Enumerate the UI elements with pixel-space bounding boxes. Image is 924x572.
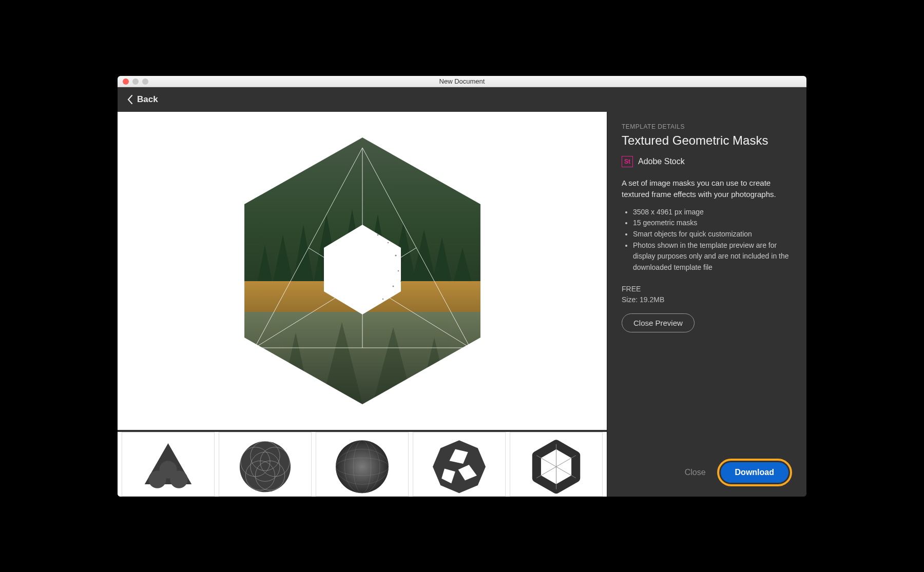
svg-point-35 bbox=[170, 470, 187, 488]
download-button[interactable]: Download bbox=[721, 462, 788, 483]
thumbnail-strip bbox=[118, 430, 607, 497]
template-title: Textured Geometric Masks bbox=[622, 133, 792, 148]
thumbnail-1[interactable] bbox=[122, 432, 215, 497]
svg-point-27 bbox=[397, 270, 399, 271]
traffic-lights bbox=[123, 78, 148, 85]
svg-point-31 bbox=[400, 280, 401, 281]
close-button[interactable]: Close bbox=[681, 463, 710, 482]
svg-point-43 bbox=[336, 440, 389, 493]
feature-item: Smart objects for quick customization bbox=[633, 229, 792, 240]
feature-item: 3508 x 4961 px image bbox=[633, 207, 792, 218]
svg-point-24 bbox=[377, 234, 378, 235]
svg-point-28 bbox=[392, 285, 394, 287]
svg-point-36 bbox=[240, 441, 291, 492]
svg-point-29 bbox=[382, 298, 383, 299]
close-window-button[interactable] bbox=[123, 78, 129, 85]
minimize-window-button[interactable] bbox=[132, 78, 139, 85]
template-features: 3508 x 4961 px image 15 geometric masks … bbox=[622, 207, 792, 273]
thumbnail-2[interactable] bbox=[219, 432, 312, 497]
stock-name: Adobe Stock bbox=[638, 157, 685, 166]
details-label: TEMPLATE DETAILS bbox=[622, 123, 792, 130]
close-preview-button[interactable]: Close Preview bbox=[622, 313, 695, 332]
footer-actions: Close Download bbox=[622, 459, 792, 486]
feature-item: Photos shown in the template preview are… bbox=[633, 240, 792, 273]
titlebar: New Document bbox=[118, 76, 806, 87]
thumbnail-5[interactable] bbox=[510, 432, 603, 497]
preview-pane bbox=[118, 112, 607, 497]
download-highlight: Download bbox=[717, 459, 792, 486]
svg-marker-48 bbox=[433, 440, 486, 493]
svg-point-25 bbox=[387, 242, 388, 243]
content: TEMPLATE DETAILS Textured Geometric Mask… bbox=[118, 112, 806, 497]
adobe-stock-icon: St bbox=[622, 156, 633, 167]
thumbnail-3[interactable] bbox=[316, 432, 409, 497]
preview-image bbox=[118, 112, 607, 430]
template-description: A set of image masks you can use to crea… bbox=[622, 177, 792, 201]
price: FREE bbox=[622, 284, 792, 294]
new-document-window: New Document Back bbox=[118, 76, 806, 497]
toolbar: Back bbox=[118, 87, 806, 112]
file-size: Size: 19.2MB bbox=[622, 294, 792, 305]
svg-point-30 bbox=[401, 260, 403, 261]
stock-source[interactable]: St Adobe Stock bbox=[622, 156, 792, 167]
chevron-left-icon bbox=[127, 95, 133, 104]
details-pane: TEMPLATE DETAILS Textured Geometric Mask… bbox=[607, 112, 806, 497]
window-title: New Document bbox=[439, 77, 485, 85]
back-button[interactable]: Back bbox=[127, 94, 158, 105]
back-label: Back bbox=[137, 94, 158, 105]
template-meta: FREE Size: 19.2MB bbox=[622, 284, 792, 305]
feature-item: 15 geometric masks bbox=[633, 218, 792, 229]
maximize-window-button[interactable] bbox=[142, 78, 148, 85]
thumbnail-4[interactable] bbox=[413, 432, 506, 497]
svg-point-26 bbox=[395, 254, 396, 256]
